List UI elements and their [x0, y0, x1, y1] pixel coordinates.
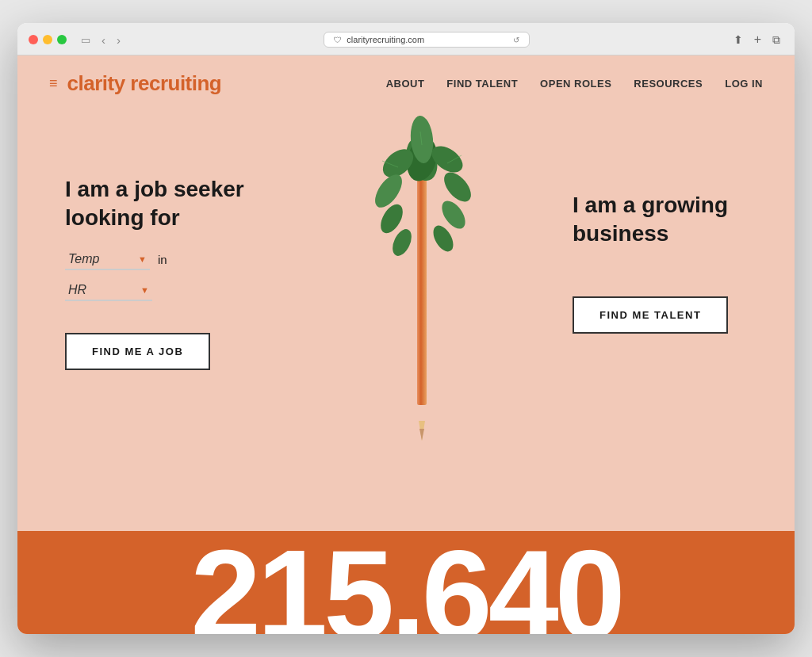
site-header: ≡ clarity recruiting ABOUT FIND TALENT O…	[17, 55, 795, 112]
nav-login[interactable]: LOG IN	[725, 78, 763, 90]
address-bar[interactable]: 🛡 clarityrecruiting.com ↺	[324, 32, 530, 48]
browser-window: ▭ ‹ › 🛡 clarityrecruiting.com ↺ ⬆ + ⧉ ≡ …	[17, 23, 795, 634]
job-type-dropdown[interactable]: Temp Permanent Contract	[65, 249, 150, 270]
svg-point-15	[429, 222, 457, 254]
job-field-dropdown[interactable]: HR Finance Marketing Operations Technolo…	[65, 280, 152, 301]
svg-point-11	[439, 167, 477, 206]
share-button[interactable]: ⬆	[730, 32, 746, 48]
nav-resources[interactable]: RESOURCES	[634, 78, 703, 90]
search-row-type: Temp Permanent Contract in	[65, 249, 287, 270]
hero-left: I am a job seeker looking for Temp Perma…	[17, 128, 287, 402]
tabs-button[interactable]: ⧉	[769, 32, 783, 48]
site-nav: ABOUT FIND TALENT OPEN ROLES RESOURCES L…	[386, 78, 763, 90]
svg-marker-3	[419, 429, 424, 441]
minimize-button[interactable]	[43, 35, 52, 44]
stats-number: 215,640	[190, 531, 621, 634]
hero-section: I am a job seeker looking for Temp Perma…	[17, 112, 795, 531]
reload-icon[interactable]: ↺	[513, 36, 519, 44]
plant-svg	[335, 112, 509, 445]
hamburger-icon[interactable]: ≡	[49, 75, 58, 92]
svg-rect-1	[417, 175, 427, 405]
maximize-button[interactable]	[57, 35, 67, 44]
address-bar-container: 🛡 clarityrecruiting.com ↺	[132, 32, 722, 48]
search-row-field: HR Finance Marketing Operations Technolo…	[65, 280, 287, 301]
traffic-lights	[29, 35, 67, 44]
back-button[interactable]: ‹	[98, 32, 109, 48]
job-field-select-wrapper: HR Finance Marketing Operations Technolo…	[65, 280, 152, 301]
job-type-select-wrapper: Temp Permanent Contract	[65, 249, 150, 270]
svg-point-14	[389, 226, 415, 258]
add-tab-button[interactable]: +	[751, 31, 764, 48]
find-talent-button[interactable]: FIND ME TALENT	[573, 296, 728, 334]
orange-section: 215,640	[17, 531, 795, 634]
hero-center	[287, 128, 557, 445]
url-text: clarityrecruiting.com	[347, 35, 424, 44]
close-button[interactable]	[29, 35, 38, 44]
plant-illustration	[335, 112, 509, 445]
browser-chrome: ▭ ‹ › 🛡 clarityrecruiting.com ↺ ⬆ + ⧉	[17, 23, 795, 55]
hero-right: I am a growing business FIND ME TALENT	[557, 128, 795, 365]
window-button[interactable]: ▭	[78, 32, 94, 48]
shield-icon: 🛡	[334, 36, 342, 44]
browser-controls: ▭ ‹ ›	[78, 32, 124, 48]
browser-actions: ⬆ + ⧉	[730, 31, 783, 48]
job-seeker-headline: I am a job seeker looking for	[65, 175, 287, 233]
site-wrapper: ≡ clarity recruiting ABOUT FIND TALENT O…	[17, 55, 795, 634]
forward-button[interactable]: ›	[113, 32, 124, 48]
nav-about[interactable]: ABOUT	[386, 78, 425, 90]
nav-find-talent[interactable]: FIND TALENT	[446, 78, 518, 90]
nav-open-roles[interactable]: OPEN ROLES	[540, 78, 611, 90]
business-headline: I am a growing business	[573, 191, 763, 249]
site-logo[interactable]: clarity recruiting	[67, 71, 222, 96]
find-job-button[interactable]: FIND ME A JOB	[65, 333, 210, 370]
in-label: in	[158, 253, 167, 266]
